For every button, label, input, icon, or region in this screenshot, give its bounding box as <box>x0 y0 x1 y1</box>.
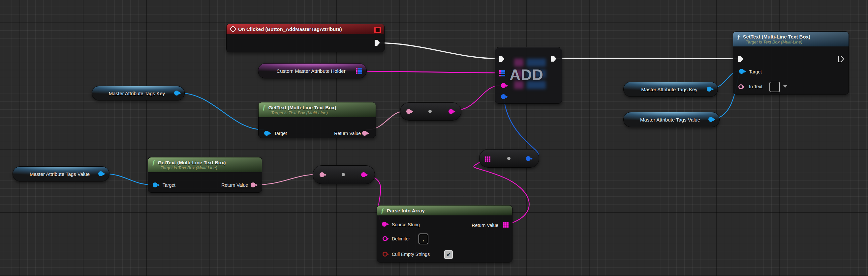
return-value-output-pin[interactable] <box>362 131 367 136</box>
blueprint-graph-canvas[interactable]: On Clicked (Button_AddMasterTagAttribute… <box>0 0 868 276</box>
exec-input-pin[interactable] <box>737 55 744 63</box>
in-text-input-pin[interactable] <box>738 84 743 89</box>
function-icon: ƒ <box>737 35 740 39</box>
pin-label: Return Value <box>334 131 361 136</box>
function-icon: ƒ <box>262 105 266 110</box>
pin-label: Delimiter <box>392 236 410 241</box>
node-subtitle: Target is Text Box (Multi-Line) <box>746 39 845 44</box>
delimiter-input-pin[interactable] <box>382 236 388 241</box>
wire-map-holder-to-add[interactable] <box>359 71 499 73</box>
target-input-pin[interactable] <box>264 131 269 136</box>
node-parse-into-array[interactable]: ƒ Parse Into Array Source String Return … <box>377 205 513 263</box>
variable-node-custom-master-attribute-holder[interactable]: Custom Master Attribute Holder <box>258 63 367 78</box>
exec-output-pin[interactable] <box>838 55 844 63</box>
node-header: On Clicked (Button_AddMasterTagAttribute… <box>226 24 384 34</box>
pin-label: Return Value <box>472 222 498 228</box>
variable-label: Master Attribute Tags Value <box>634 117 709 123</box>
node-title: GetText (Multi-Line Text Box) <box>269 105 336 110</box>
string-array-input-pin[interactable] <box>485 157 490 162</box>
node-on-clicked-event[interactable]: On Clicked (Button_AddMasterTagAttribute… <box>226 24 384 53</box>
conversion-node-array-to-value[interactable] <box>479 149 539 168</box>
pin-label: Return Value <box>221 182 248 188</box>
conversion-dot <box>428 110 432 113</box>
conversion-node-text-to-string-2[interactable] <box>313 165 375 184</box>
object-output-pin[interactable] <box>708 117 713 122</box>
pin-label: Target <box>749 69 762 74</box>
target-map-input-pin[interactable] <box>499 70 505 76</box>
node-title: GetText (Multi-Line Text Box) <box>158 160 226 165</box>
wire-exec-onclicked-to-add[interactable] <box>377 43 499 59</box>
pin-label: Target <box>163 182 176 188</box>
node-title: Parse Into Array <box>387 208 425 213</box>
node-header: ƒ Parse Into Array <box>377 206 512 215</box>
pin-label: Target <box>274 131 287 136</box>
node-subtitle: Target is Text Box (Multi-Line) <box>161 165 258 170</box>
pin-label: In Text <box>749 84 763 89</box>
target-input-pin[interactable] <box>739 69 744 74</box>
node-header: ƒ SetText (Multi-Line Text Box) Target i… <box>733 32 848 46</box>
node-settext[interactable]: ƒ SetText (Multi-Line Text Box) Target i… <box>733 31 849 95</box>
delimiter-value-box[interactable]: , <box>418 234 428 244</box>
variable-label: Custom Master Attribute Holder <box>271 68 354 74</box>
value-input-pin[interactable] <box>501 94 506 99</box>
return-array-output-pin[interactable] <box>503 222 508 228</box>
object-output-pin[interactable] <box>98 171 103 176</box>
wire-key-left-to-gettext-top[interactable] <box>178 93 264 130</box>
string-output-pin[interactable] <box>448 109 454 114</box>
node-header: ƒ GetText (Multi-Line Text Box) Target i… <box>148 158 262 172</box>
map-output-pin[interactable] <box>356 68 363 74</box>
exec-output-pin[interactable] <box>374 39 380 46</box>
conversion-dot <box>507 157 510 160</box>
in-text-dropdown-arrow[interactable] <box>783 85 787 90</box>
variable-node-master-attribute-tags-key-right[interactable]: Master Attribute Tags Key <box>623 82 718 97</box>
value-output-pin[interactable] <box>526 156 531 161</box>
string-output-pin[interactable] <box>361 172 366 177</box>
function-icon: ƒ <box>152 161 155 165</box>
key-input-pin[interactable] <box>501 83 506 88</box>
node-add-to-map[interactable]: ADD <box>495 47 562 104</box>
add-watermark-label: ADD <box>509 66 544 84</box>
conversion-node-text-to-string-1[interactable] <box>400 102 461 120</box>
object-output-pin[interactable] <box>174 91 179 96</box>
node-subtitle: Target is Text Box (Multi-Line) <box>271 110 372 115</box>
target-input-pin[interactable] <box>153 182 158 187</box>
node-gettext-bottom[interactable]: ƒ GetText (Multi-Line Text Box) Target i… <box>148 157 262 193</box>
exec-input-pin[interactable] <box>499 55 505 63</box>
delegate-pin[interactable] <box>374 27 381 33</box>
variable-label: Master Attribute Tags Key <box>635 87 706 92</box>
wire-exec-add-to-settext[interactable] <box>556 58 738 59</box>
node-title: On Clicked (Button_AddMasterTagAttribute… <box>238 26 342 32</box>
text-input-pin[interactable] <box>406 109 411 114</box>
variable-label: Master Attribute Tags Value <box>24 171 98 177</box>
object-output-pin[interactable] <box>707 87 712 92</box>
node-header: ƒ GetText (Multi-Line Text Box) Target i… <box>258 102 376 117</box>
source-string-input-pin[interactable] <box>382 222 387 227</box>
return-value-output-pin[interactable] <box>251 182 256 187</box>
function-icon: ƒ <box>381 208 384 213</box>
node-title: SetText (Multi-Line Text Box) <box>743 34 810 39</box>
cull-empty-strings-checkbox[interactable]: ✔ <box>444 250 453 259</box>
pin-label: Source String <box>392 222 420 227</box>
wire-value-left-to-gettext-bottom[interactable] <box>102 174 152 185</box>
variable-label: Master Attribute Tags Key <box>103 91 174 96</box>
in-text-value-box[interactable] <box>769 82 780 92</box>
text-input-pin[interactable] <box>319 172 324 177</box>
wire-gettext-bottom-to-conversion2[interactable] <box>256 174 319 185</box>
node-gettext-top[interactable]: ƒ GetText (Multi-Line Text Box) Target i… <box>258 102 376 138</box>
cull-empty-strings-input-pin[interactable] <box>382 252 388 256</box>
exec-output-pin[interactable] <box>550 55 557 62</box>
variable-node-master-attribute-tags-value-right[interactable]: Master Attribute Tags Value <box>623 112 720 127</box>
conversion-dot <box>342 173 345 176</box>
variable-node-master-attribute-tags-value-left[interactable]: Master Attribute Tags Value <box>12 166 110 181</box>
variable-node-master-attribute-tags-key-left[interactable]: Master Attribute Tags Key <box>92 86 185 100</box>
event-diamond-icon <box>229 26 237 33</box>
pin-label: Cull Empty Strings <box>392 252 430 257</box>
